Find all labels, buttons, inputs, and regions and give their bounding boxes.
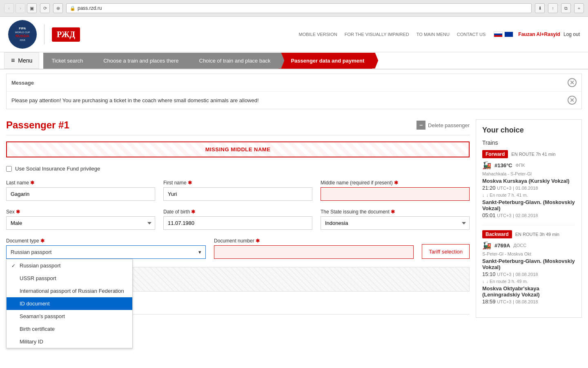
doc-type-label: Document type ✱	[6, 238, 206, 244]
nav-main-menu[interactable]: TO MAIN MENU	[416, 32, 450, 37]
warning-text: MISSING MIDDLE NAME	[205, 146, 271, 153]
forward-train-info: 🚂 #136°C ФПК	[482, 161, 575, 170]
step-passenger-data: Passenger data and payment	[278, 53, 372, 69]
flag-ru[interactable]	[494, 31, 503, 37]
sex-group: Sex ✱ Male Female	[6, 209, 155, 230]
choice-title: Your choice	[482, 126, 575, 135]
backward-en-route: EN ROUTE 3h 49 min	[515, 232, 559, 237]
dob-input[interactable]	[163, 216, 312, 230]
right-panel: Your choice Trains Forward EN ROUTE 7h 4…	[476, 119, 582, 335]
social-insurance-checkbox[interactable]	[6, 166, 12, 172]
flag-en[interactable]	[504, 31, 513, 37]
reload-button[interactable]: ⟳	[40, 3, 50, 13]
user-name: Fauzan Al+Rasyid	[518, 31, 560, 37]
dob-label: Date of birth ✱	[163, 209, 312, 215]
lock-icon: 🔒	[70, 6, 76, 11]
step-choose-train[interactable]: Choose a train and places there	[91, 53, 187, 69]
messages-container: Message ✕ Please pay attention! You are …	[6, 74, 582, 109]
browser-nav: ‹ › ▣	[4, 3, 37, 13]
first-name-label: First name ✱	[163, 180, 312, 186]
close-message-alert[interactable]: ✕	[568, 96, 577, 105]
middle-name-input[interactable]	[321, 187, 470, 201]
menu-label: Menu	[18, 57, 32, 64]
backward-en-route-detail: ↓ ↓ En route 3 h. 49 m.	[482, 279, 575, 284]
dropdown-item-ussr-passport[interactable]: USSR passport	[7, 272, 132, 285]
bookmark-button[interactable]: ⊕	[53, 3, 63, 13]
doc-type-selected[interactable]: Russian passport ▾	[6, 245, 206, 259]
fullscreen-button[interactable]: ⧉	[561, 3, 571, 13]
chevron-down-icon: ▾	[198, 249, 201, 255]
form-grid-row2: Sex ✱ Male Female Date of birth ✱	[6, 209, 470, 230]
dropdown-label: International passport of Russian Federa…	[20, 288, 124, 294]
last-name-required: ✱	[30, 180, 34, 186]
passenger-title: Passenger #1	[6, 119, 69, 131]
share-button[interactable]: ↑	[548, 3, 558, 13]
dropdown-item-military-id[interactable]: Military ID	[7, 335, 132, 348]
nav-contact[interactable]: CONTACT US	[457, 32, 486, 37]
browser-chrome: ‹ › ▣ ⟳ ⊕ 🔒 pass.rzd.ru ⬇ ↑ ⧉ +	[0, 0, 588, 17]
first-name-group: First name ✱	[163, 180, 312, 201]
step-choice-back[interactable]: Choice of train and place back	[187, 53, 279, 69]
backward-route: S-Peter-Gl - Moskva Okt	[482, 251, 575, 256]
doc-type-dropdown-menu: ✓ Russian passport USSR passport Interna…	[6, 259, 133, 348]
dropdown-item-id-document[interactable]: ID document	[7, 297, 132, 310]
dropdown-label: Russian passport	[20, 263, 60, 269]
add-tab-button[interactable]: +	[574, 3, 584, 13]
message-label: Message	[11, 80, 34, 86]
train-icon: 🚂	[482, 241, 491, 250]
sex-label: Sex ✱	[6, 209, 155, 215]
passenger-header: Passenger #1 − Delete passenger	[6, 119, 470, 135]
dropdown-label: Military ID	[20, 339, 43, 345]
steps-container: Ticket search Choose a train and places …	[43, 53, 588, 69]
last-name-input[interactable]	[6, 187, 155, 201]
backward-train-type: ДОСС	[513, 243, 526, 248]
forward-badge: Forward	[482, 150, 508, 158]
logo-section: FIFA WORLD CUP RUSSIA 2018 РЖД	[8, 20, 80, 49]
fifa-logo: FIFA WORLD CUP RUSSIA 2018	[8, 20, 37, 49]
state-label: The State issuing the document ✱	[321, 209, 470, 215]
language-flags	[494, 31, 513, 37]
dropdown-item-birth-cert[interactable]: Birth certificate	[7, 323, 132, 335]
middle-name-label: Middle name (required if present) ✱	[321, 180, 470, 186]
nav-mobile[interactable]: MOBILE VERSION	[299, 32, 337, 37]
close-message-header[interactable]: ✕	[568, 78, 577, 87]
dropdown-item-russian-passport[interactable]: ✓ Russian passport	[7, 259, 132, 272]
logout-link[interactable]: Log out	[564, 31, 580, 37]
doc-number-input[interactable]	[214, 245, 414, 259]
back-button[interactable]: ‹	[4, 3, 14, 13]
form-grid-row1: Last name ✱ First name ✱ Middle name (re…	[6, 180, 470, 201]
dob-group: Date of birth ✱	[163, 209, 312, 230]
dob-required: ✱	[191, 209, 195, 215]
steps-navigation: ≡ Menu Ticket search Choose a train and …	[0, 52, 588, 70]
backward-departure: 15:10 UTC+3 | 08.08.2018	[482, 271, 575, 277]
forward-train-type: ФПК	[516, 163, 525, 168]
forward-train-number: #136°C	[494, 162, 512, 168]
step-ticket-search[interactable]: Ticket search	[43, 53, 91, 69]
menu-icon: ≡	[11, 57, 15, 64]
address-bar[interactable]: 🔒 pass.rzd.ru	[66, 3, 532, 13]
doc-type-required: ✱	[40, 238, 45, 244]
social-insurance-label: Use Social Insurance Fund privilege	[15, 166, 100, 172]
sidebar-button[interactable]: ▣	[27, 3, 37, 13]
tariff-selection-button[interactable]: Tariff selection	[422, 244, 470, 259]
forward-direction: Forward EN ROUTE 7h 41 min	[482, 150, 575, 158]
download-button[interactable]: ⬇	[535, 3, 545, 13]
state-select[interactable]: Indonesia Russia	[321, 216, 470, 230]
backward-to-station: Moskva Oktyabr'skaya (Leningradskiy Vokz…	[482, 285, 575, 298]
main-content: Passenger #1 − Delete passenger MISSING …	[0, 113, 588, 341]
doc-number-label: Document number ✱	[214, 238, 414, 244]
backward-train-number: #769A	[494, 242, 510, 249]
dropdown-item-seamans[interactable]: Seaman's passport	[7, 310, 132, 323]
menu-button[interactable]: ≡ Menu	[4, 52, 39, 69]
top-navigation: MOBILE VERSION FOR THE VISUALLY IMPAIRED…	[299, 32, 486, 37]
backward-direction: Backward EN ROUTE 3h 49 min	[482, 230, 575, 238]
check-icon: ✓	[11, 263, 17, 269]
logo-divider	[44, 24, 45, 45]
forward-button[interactable]: ›	[16, 3, 25, 13]
delete-passenger-btn[interactable]: − Delete passenger	[416, 121, 470, 130]
first-name-input[interactable]	[163, 187, 312, 201]
dropdown-label: USSR passport	[20, 275, 56, 281]
dropdown-item-intl-passport[interactable]: International passport of Russian Federa…	[7, 285, 132, 297]
sex-select[interactable]: Male Female	[6, 216, 155, 230]
nav-visually-impaired[interactable]: FOR THE VISUALLY IMPAIRED	[345, 32, 409, 37]
